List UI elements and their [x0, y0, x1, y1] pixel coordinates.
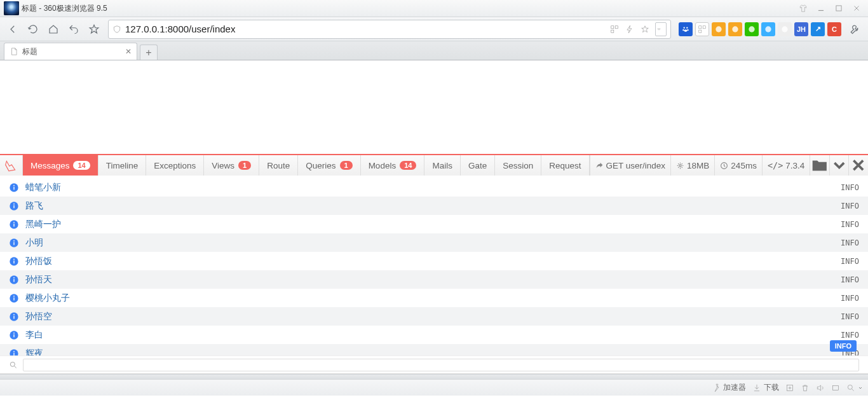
debug-tab-request[interactable]: Request — [541, 155, 589, 176]
debug-tab-gate[interactable]: Gate — [461, 155, 495, 176]
close-icon[interactable] — [849, 3, 864, 14]
svg-point-21 — [13, 184, 15, 186]
message-name: 孙悟天 — [25, 274, 52, 286]
svg-point-17 — [679, 164, 681, 166]
favorite-button[interactable] — [85, 20, 103, 38]
zoom-icon[interactable] — [846, 383, 863, 392]
svg-point-13 — [732, 26, 738, 32]
message-level: INFO — [841, 183, 859, 192]
skin-icon[interactable] — [796, 3, 811, 14]
svg-point-52 — [10, 362, 15, 366]
debug-php[interactable]: </> 7.3.4 — [762, 155, 810, 176]
debug-route[interactable]: GET user/index — [590, 155, 671, 176]
debug-tab-views[interactable]: Views1 — [204, 155, 259, 176]
download[interactable]: 下载 — [752, 382, 779, 393]
svg-rect-44 — [13, 334, 14, 337]
info-icon — [9, 238, 19, 248]
url-text: 127.0.0.1:8000/user/index — [125, 24, 235, 34]
debug-tab-mails[interactable]: Mails — [424, 155, 461, 176]
message-row[interactable]: 孙悟饭INFO — [0, 252, 868, 270]
search-row — [0, 355, 868, 373]
wrench-icon[interactable] — [846, 20, 864, 38]
ext-cat[interactable] — [728, 22, 742, 36]
close-icon[interactable] — [848, 155, 868, 176]
debug-tab-timeline[interactable]: Timeline — [98, 155, 147, 176]
debug-tab-exceptions[interactable]: Exceptions — [146, 155, 204, 176]
flash-icon[interactable] — [625, 22, 639, 36]
divider — [0, 374, 868, 379]
svg-point-27 — [13, 221, 15, 223]
svg-point-36 — [13, 277, 15, 278]
messages-panel: 蜡笔小新INFO路飞INFO黑崎一护INFO小明INFO孙悟饭INFO孙悟天IN… — [0, 176, 868, 374]
accelerator[interactable]: 加速器 — [712, 382, 746, 393]
ext-qr[interactable] — [695, 22, 709, 36]
search-icon — [9, 361, 18, 369]
svg-rect-38 — [13, 297, 14, 300]
tab-close-icon[interactable]: ✕ — [125, 47, 132, 56]
home-button[interactable] — [44, 20, 62, 38]
new-tab-button[interactable]: + — [140, 45, 158, 60]
maximize-icon[interactable] — [831, 3, 846, 14]
message-name: 小明 — [25, 237, 43, 249]
message-row[interactable]: 蜡笔小新INFO — [0, 178, 868, 197]
svg-rect-0 — [836, 6, 841, 11]
star-icon[interactable] — [640, 22, 654, 36]
ext-c[interactable]: C — [827, 22, 841, 36]
message-name: 孙悟饭 — [25, 256, 52, 267]
svg-rect-11 — [699, 30, 702, 32]
tab-label: 标题 — [22, 46, 37, 57]
debug-tab-session[interactable]: Session — [495, 155, 541, 176]
address-bar[interactable]: 127.0.0.1:8000/user/index — [108, 20, 671, 39]
svg-rect-35 — [13, 279, 14, 282]
reload-button[interactable] — [24, 20, 42, 38]
search-input[interactable] — [23, 359, 859, 371]
dropdown-icon[interactable] — [655, 22, 667, 36]
ext-baidu[interactable] — [679, 22, 693, 36]
svg-rect-26 — [13, 223, 14, 226]
laravel-logo[interactable] — [0, 155, 23, 176]
debug-tab-queries[interactable]: Queries1 — [298, 155, 360, 176]
debug-tab-models[interactable]: Models14 — [361, 155, 425, 176]
message-row[interactable]: 樱桃小丸子INFO — [0, 289, 868, 307]
trash-icon[interactable] — [801, 383, 810, 392]
filter-chip[interactable]: INFO — [830, 340, 857, 352]
ext-arrow[interactable]: ↗ — [811, 22, 825, 36]
ext-jh[interactable]: JH — [794, 22, 808, 36]
info-icon — [9, 293, 19, 303]
svg-rect-32 — [13, 260, 14, 263]
folder-icon[interactable] — [810, 155, 829, 176]
sound-icon[interactable] — [816, 383, 825, 392]
add-icon[interactable] — [785, 383, 794, 392]
message-row[interactable]: 黑崎一护INFO — [0, 215, 868, 233]
ext-box[interactable] — [712, 22, 726, 36]
svg-rect-23 — [13, 205, 14, 208]
tab-strip: 标题 ✕ + — [0, 41, 868, 60]
fullscreen-icon[interactable] — [831, 383, 840, 392]
debug-memory[interactable]: 18MB — [670, 155, 714, 176]
message-level: INFO — [841, 294, 859, 303]
debug-tab-messages[interactable]: Messages14 — [23, 155, 98, 176]
back-button[interactable] — [4, 20, 22, 38]
svg-rect-54 — [832, 385, 838, 390]
svg-point-39 — [13, 295, 15, 296]
browser-tab[interactable]: 标题 ✕ — [4, 43, 137, 60]
debug-tab-route[interactable]: Route — [259, 155, 298, 176]
minimize-icon[interactable] — [813, 3, 829, 14]
info-icon — [9, 219, 19, 230]
message-row[interactable]: 孙悟天INFO — [0, 270, 868, 289]
ext-cat2[interactable] — [778, 22, 792, 36]
message-row[interactable]: 李白INFO — [0, 326, 868, 344]
svg-point-16 — [782, 26, 787, 32]
message-row[interactable]: 小明INFO — [0, 233, 868, 252]
message-level: INFO — [841, 275, 859, 284]
svg-point-55 — [848, 385, 852, 389]
svg-rect-2 — [615, 25, 618, 28]
message-row[interactable]: 孙悟空INFO — [0, 307, 868, 326]
debug-time[interactable]: 245ms — [714, 155, 762, 176]
chevron-down-icon[interactable] — [829, 155, 849, 176]
message-row[interactable]: 路飞INFO — [0, 197, 868, 215]
undo-button[interactable] — [65, 20, 83, 38]
ext-wechat[interactable] — [745, 22, 759, 36]
qr-icon[interactable] — [609, 22, 623, 36]
ext-circle[interactable] — [761, 22, 775, 36]
